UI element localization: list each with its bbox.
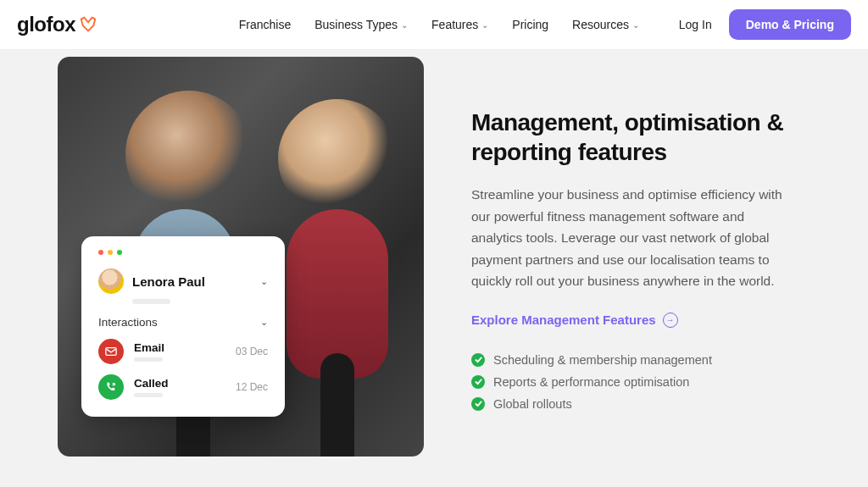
main-header: glofox Franchise Business Types⌄ Feature…: [0, 0, 868, 50]
minimize-dot-icon: [108, 250, 113, 255]
demo-pricing-button[interactable]: Demo & Pricing: [729, 9, 851, 40]
interaction-type: Email: [134, 341, 225, 354]
brand-name: glofox: [17, 13, 75, 36]
interaction-row-email[interactable]: Email 03 Dec: [98, 339, 268, 364]
window-controls: [98, 250, 268, 255]
check-icon: [471, 375, 485, 389]
fox-icon: [79, 15, 97, 34]
feature-item: Scheduling & membership management: [471, 353, 793, 367]
interactions-card: Lenora Paul ⌄ Interactions ⌄ Email 03 De…: [81, 236, 285, 417]
nav-features[interactable]: Features⌄: [431, 18, 488, 31]
feature-text: Reports & performance optimisation: [493, 375, 689, 389]
interaction-type: Called: [134, 377, 225, 390]
nav-label: Business Types: [314, 18, 398, 31]
arrow-right-icon: →: [663, 313, 678, 328]
person-illustration: [278, 99, 397, 218]
feature-text: Global rollouts: [493, 397, 572, 411]
header-right: Log In Demo & Pricing: [679, 9, 851, 40]
interaction-row-called[interactable]: Called 12 Dec: [98, 374, 268, 400]
nav-pricing[interactable]: Pricing: [512, 18, 548, 31]
nav-label: Franchise: [239, 18, 291, 31]
explore-link[interactable]: Explore Management Features →: [471, 313, 678, 328]
content-description: Streamline your business and optimise ef…: [471, 184, 793, 292]
interaction-date: 12 Dec: [236, 381, 268, 393]
chevron-down-icon: ⌄: [481, 20, 488, 30]
chevron-down-icon: ⌄: [260, 317, 268, 328]
nav-label: Resources: [572, 18, 629, 31]
check-icon: [471, 397, 485, 411]
interactions-header[interactable]: Interactions ⌄: [98, 316, 268, 329]
chevron-down-icon: ⌄: [401, 20, 408, 30]
brand-logo[interactable]: glofox: [17, 13, 97, 36]
person-illustration: [125, 91, 253, 218]
chevron-down-icon: ⌄: [260, 276, 268, 287]
person-illustration: [320, 353, 354, 457]
interaction-body: Email: [134, 341, 225, 362]
skeleton-line: [134, 393, 163, 397]
svg-rect-0: [106, 348, 116, 356]
avatar: [98, 268, 124, 294]
content-heading: Management, optimisation & reporting fea…: [471, 108, 793, 167]
email-icon: [98, 339, 124, 364]
maximize-dot-icon: [117, 250, 122, 255]
feature-list: Scheduling & membership management Repor…: [471, 353, 793, 411]
interaction-body: Called: [134, 377, 225, 397]
nav-resources[interactable]: Resources⌄: [572, 18, 639, 31]
feature-item: Reports & performance optimisation: [471, 375, 793, 389]
close-dot-icon: [98, 250, 103, 255]
skeleton-line: [134, 357, 163, 362]
feature-item: Global rollouts: [471, 397, 793, 411]
feature-content: Management, optimisation & reporting fea…: [471, 57, 793, 457]
check-icon: [471, 353, 485, 367]
phone-icon: [98, 374, 124, 400]
link-text: Explore Management Features: [471, 313, 656, 327]
nav-label: Features: [431, 18, 478, 31]
nav-franchise[interactable]: Franchise: [239, 18, 291, 31]
profile-row[interactable]: Lenora Paul ⌄: [98, 268, 268, 294]
interaction-date: 03 Dec: [236, 346, 268, 357]
skeleton-line: [132, 299, 170, 304]
primary-nav: Franchise Business Types⌄ Features⌄ Pric…: [137, 18, 639, 31]
profile-name: Lenora Paul: [132, 274, 252, 289]
feature-text: Scheduling & membership management: [493, 353, 712, 367]
section-label: Interactions: [98, 316, 158, 329]
nav-label: Pricing: [512, 18, 548, 31]
nav-business-types[interactable]: Business Types⌄: [314, 18, 408, 31]
chevron-down-icon: ⌄: [632, 20, 639, 30]
login-link[interactable]: Log In: [679, 18, 712, 31]
